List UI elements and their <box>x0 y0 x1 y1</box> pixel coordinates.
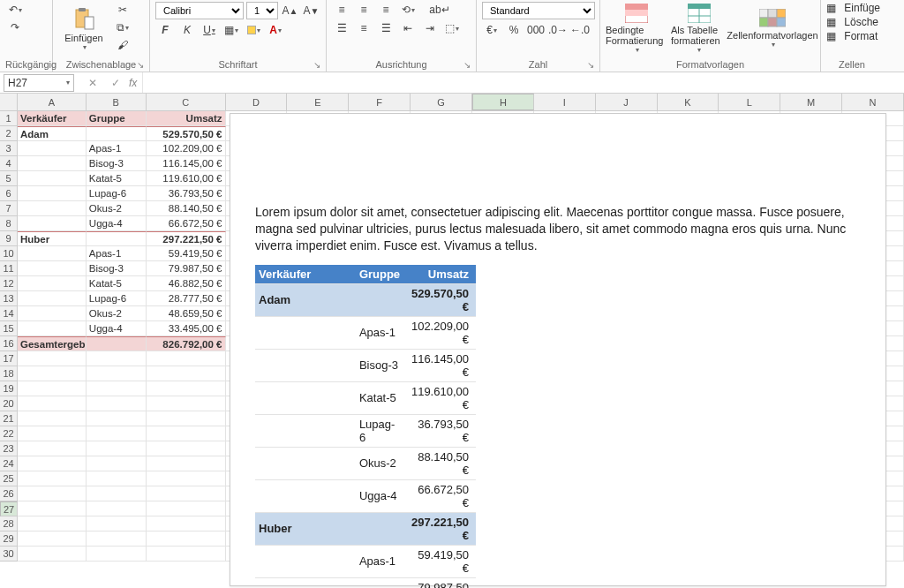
cell[interactable] <box>18 366 87 381</box>
col-header-D[interactable]: D <box>226 94 288 110</box>
decrease-indent-button[interactable]: ⇤ <box>398 20 418 36</box>
row-header-22[interactable]: 22 <box>0 426 18 441</box>
col-header-L[interactable]: L <box>719 94 780 110</box>
cell[interactable]: 116.145,00 € <box>147 156 226 171</box>
alignment-launcher-icon[interactable]: ↘ <box>463 60 471 70</box>
cell[interactable]: Okus-2 <box>87 306 147 321</box>
row-header-27[interactable]: 27 <box>0 501 18 516</box>
col-header-A[interactable]: A <box>18 94 87 110</box>
cell[interactable] <box>87 501 147 516</box>
align-bottom-button[interactable]: ≡ <box>376 2 396 18</box>
cell[interactable] <box>147 426 226 441</box>
col-header-F[interactable]: F <box>349 94 411 110</box>
col-header-N[interactable]: N <box>842 94 904 110</box>
cell[interactable] <box>147 396 226 411</box>
cell[interactable] <box>87 441 147 456</box>
col-header-K[interactable]: K <box>658 94 719 110</box>
align-left-button[interactable]: ☰ <box>332 20 351 36</box>
row-header-4[interactable]: 4 <box>0 156 18 171</box>
row-header-13[interactable]: 13 <box>0 291 18 306</box>
col-header-B[interactable]: B <box>87 94 147 110</box>
underline-button[interactable]: U▾ <box>200 22 219 38</box>
cell[interactable] <box>87 411 147 426</box>
merge-button[interactable]: ⬚▾ <box>442 20 462 36</box>
cell[interactable]: Ugga-4 <box>87 216 147 231</box>
cut-button[interactable]: ✂ <box>113 2 132 18</box>
cell[interactable]: 119.610,00 € <box>147 171 226 186</box>
cell[interactable]: 59.419,50 € <box>147 246 226 261</box>
col-header-C[interactable]: C <box>147 94 226 110</box>
cell[interactable] <box>87 336 147 351</box>
cell[interactable] <box>147 441 226 456</box>
cell[interactable]: Katat-5 <box>87 276 147 291</box>
cell[interactable] <box>87 381 147 396</box>
cell[interactable] <box>18 531 87 547</box>
row-header-9[interactable]: 9 <box>0 231 18 246</box>
cell[interactable] <box>147 411 226 426</box>
cell[interactable] <box>87 351 147 366</box>
row-header-2[interactable]: 2 <box>0 126 18 141</box>
cell[interactable] <box>18 201 87 216</box>
cell[interactable]: Adam <box>18 126 87 141</box>
cell[interactable]: Apas-1 <box>87 246 147 261</box>
cell[interactable] <box>18 516 87 531</box>
row-header-18[interactable]: 18 <box>0 366 18 381</box>
thousands-button[interactable]: 000 <box>526 22 546 38</box>
increase-indent-button[interactable]: ⇥ <box>420 20 440 36</box>
cell[interactable] <box>147 381 226 396</box>
clipboard-launcher-icon[interactable]: ↘ <box>137 60 144 70</box>
cell[interactable]: 36.793,50 € <box>147 186 226 201</box>
format-as-table-button[interactable]: Als Tabelle formatieren▾ <box>671 2 727 55</box>
row-header-24[interactable]: 24 <box>0 456 18 471</box>
cell[interactable] <box>147 501 226 516</box>
col-header-M[interactable]: M <box>780 94 842 110</box>
cell[interactable]: 826.792,00 € <box>147 336 226 351</box>
col-header-I[interactable]: I <box>534 94 596 110</box>
cell[interactable] <box>87 231 147 246</box>
cell[interactable]: Lupag-6 <box>87 291 147 306</box>
cell[interactable] <box>18 321 87 336</box>
embedded-document[interactable]: Lorem ipsum dolor sit amet, consectetuer… <box>230 113 886 586</box>
cell[interactable]: 529.570,50 € <box>147 126 226 141</box>
cell[interactable] <box>18 276 87 291</box>
align-top-button[interactable]: ≡ <box>332 2 351 18</box>
row-header-23[interactable]: 23 <box>0 441 18 456</box>
cell[interactable] <box>147 366 226 381</box>
cell[interactable] <box>18 216 87 231</box>
formula-confirm-button[interactable]: ✓ <box>106 75 125 91</box>
cell[interactable] <box>18 381 87 396</box>
row-header-26[interactable]: 26 <box>0 486 18 501</box>
cell[interactable]: Apas-1 <box>87 141 147 156</box>
row-header-10[interactable]: 10 <box>0 246 18 261</box>
number-launcher-icon[interactable]: ↘ <box>587 60 594 70</box>
cell[interactable] <box>87 471 147 486</box>
row-header-5[interactable]: 5 <box>0 171 18 186</box>
cell[interactable] <box>18 156 87 171</box>
cell[interactable] <box>87 516 147 531</box>
italic-button[interactable]: K <box>177 22 197 38</box>
delete-cells-button[interactable]: ▦ Lösche <box>826 16 880 28</box>
increase-font-button[interactable]: A▲ <box>281 3 299 19</box>
percent-button[interactable]: % <box>504 22 524 38</box>
decrease-font-button[interactable]: A▼ <box>302 3 320 19</box>
cell[interactable]: Verkäufer <box>18 111 87 126</box>
insert-cells-button[interactable]: ▦ Einfüge <box>826 2 880 14</box>
fill-color-button[interactable]: ▾ <box>244 22 263 38</box>
fx-icon[interactable]: fx <box>129 77 137 89</box>
row-header-14[interactable]: 14 <box>0 306 18 321</box>
row-header-25[interactable]: 25 <box>0 471 18 486</box>
paste-button[interactable]: Einfügen▾ <box>58 2 109 55</box>
wrap-text-button[interactable]: ab↵ <box>430 2 449 18</box>
row-header-12[interactable]: 12 <box>0 276 18 291</box>
name-box[interactable]: H27 ▾ <box>4 74 74 92</box>
cell[interactable]: 28.777,50 € <box>147 291 226 306</box>
increase-decimal-button[interactable]: .0→ <box>548 22 568 38</box>
row-header-6[interactable]: 6 <box>0 186 18 201</box>
cell[interactable]: 102.209,00 € <box>147 141 226 156</box>
orientation-button[interactable]: ⟲▾ <box>398 2 418 18</box>
cell[interactable] <box>18 426 87 441</box>
row-header-20[interactable]: 20 <box>0 396 18 411</box>
formula-cancel-button[interactable]: ✕ <box>83 75 102 91</box>
row-header-8[interactable]: 8 <box>0 216 18 231</box>
row-header-3[interactable]: 3 <box>0 141 18 156</box>
